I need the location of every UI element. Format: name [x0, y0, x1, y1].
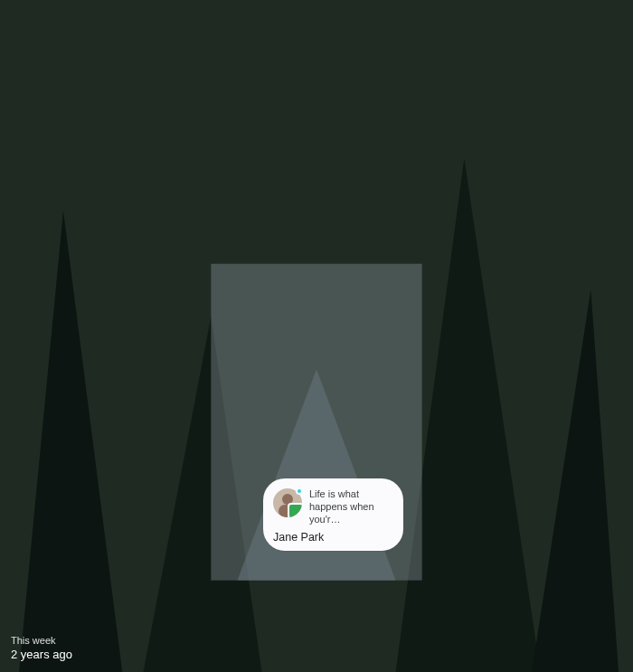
svg-rect-2	[0, 0, 109, 149]
svg-rect-10	[279, 505, 297, 517]
message-sender: Jane Park	[273, 531, 393, 544]
message-widget[interactable]: Life is what happens when you'r… Jane Pa…	[263, 478, 403, 551]
unread-badge-icon	[296, 487, 303, 495]
svg-point-9	[282, 494, 293, 505]
forest-photo	[0, 0, 109, 149]
photo-memory-widget[interactable]: This week 2 years ago	[0, 0, 109, 149]
message-body: Life is what happens when you'r…	[309, 488, 393, 525]
